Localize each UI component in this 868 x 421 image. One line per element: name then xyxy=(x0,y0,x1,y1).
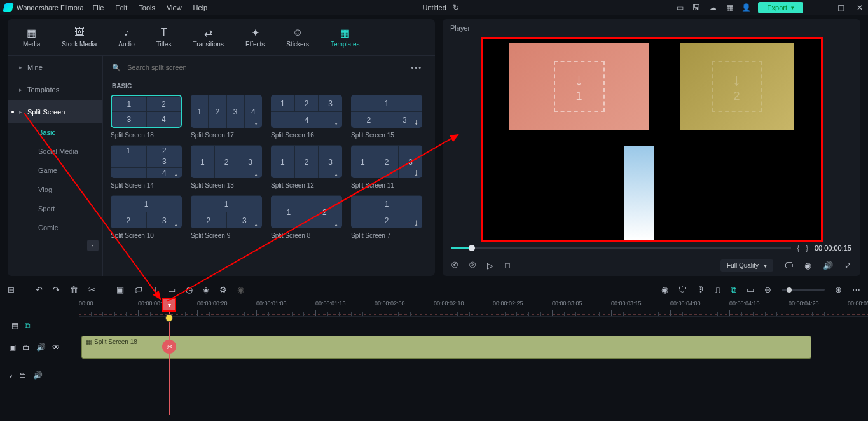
tab-titles[interactable]: TTitles xyxy=(156,27,172,48)
zoom-slider[interactable] xyxy=(782,289,825,291)
subcat-comic[interactable]: Comic xyxy=(8,218,102,237)
download-icon[interactable]: ⭳ xyxy=(253,119,259,126)
zoom-in-icon[interactable]: ⊕ xyxy=(835,285,842,294)
quality-dropdown[interactable]: Full Quality ▾ xyxy=(720,259,773,272)
mixer-icon[interactable]: ⎍ xyxy=(715,285,720,294)
sidebar-collapse[interactable]: ‹ xyxy=(8,237,102,254)
sidebar-item-templates[interactable]: ▸Templates xyxy=(8,78,102,100)
layers-icon[interactable]: ▤ xyxy=(11,321,18,330)
account-icon[interactable]: 👤 xyxy=(741,3,750,12)
download-icon[interactable]: ⭳ xyxy=(413,219,420,226)
mute-icon[interactable]: 🔊 xyxy=(33,371,43,380)
download-icon[interactable]: ⭳ xyxy=(333,169,340,176)
toolbar-more-icon[interactable]: ⋯ xyxy=(852,285,860,294)
menu-tools[interactable]: Tools xyxy=(139,4,155,11)
mic-icon[interactable]: 🎙 xyxy=(697,285,705,294)
apps-icon[interactable]: ▦ xyxy=(725,3,734,12)
template-thumb[interactable]: 123⭳ xyxy=(111,195,182,228)
maximize-icon[interactable]: ◫ xyxy=(836,3,845,12)
subcat-vlog[interactable]: Vlog xyxy=(8,180,102,199)
template-card[interactable]: 12⭳Split Screen 8 xyxy=(271,195,342,239)
template-card[interactable]: 123⭳Split Screen 11 xyxy=(351,145,422,189)
subcat-social-media[interactable]: Social Media xyxy=(8,142,102,161)
volume-icon[interactable]: 🔊 xyxy=(823,261,833,270)
redo-icon[interactable]: ↷ xyxy=(53,285,60,294)
template-thumb[interactable]: 12⭳ xyxy=(271,195,342,228)
tab-transitions[interactable]: ⇄Transitions xyxy=(193,27,224,48)
template-card[interactable]: 123⭳Split Screen 10 xyxy=(111,195,182,239)
template-card[interactable]: 123⭳Split Screen 9 xyxy=(191,195,262,239)
window-icon[interactable]: ▭ xyxy=(675,3,684,12)
template-card[interactable]: 1234Split Screen 18 xyxy=(111,95,182,139)
template-thumb[interactable]: 12⭳ xyxy=(351,195,422,228)
tab-stock-media[interactable]: 🖼Stock Media xyxy=(62,27,97,48)
link-icon[interactable]: ⧉ xyxy=(731,285,736,295)
template-thumb[interactable]: 123⭳ xyxy=(351,145,422,178)
download-icon[interactable]: ⭳ xyxy=(173,169,179,176)
split-icon[interactable]: ✂ xyxy=(162,340,176,354)
template-thumb[interactable]: 123⭳ xyxy=(351,95,422,128)
player-slider[interactable]: { } 00:00:00:15 xyxy=(443,242,860,254)
template-card[interactable]: 123⭳Split Screen 13 xyxy=(191,145,262,189)
range-icon[interactable]: ▭ xyxy=(168,285,176,294)
template-thumb[interactable]: 1234⭳ xyxy=(111,145,182,178)
link-icon[interactable]: ⧉ xyxy=(25,321,31,330)
slider-knob[interactable] xyxy=(469,245,475,251)
save-icon[interactable]: 🖫 xyxy=(692,3,701,12)
undo-icon[interactable]: ↶ xyxy=(36,285,43,294)
template-card[interactable]: 12⭳Split Screen 7 xyxy=(351,195,422,239)
tab-templates[interactable]: ▦Templates xyxy=(331,27,360,48)
crop-icon[interactable]: ▣ xyxy=(116,285,124,294)
search-icon[interactable]: 🔍 xyxy=(112,64,121,72)
brace-left-icon[interactable]: { xyxy=(797,244,800,252)
template-thumb[interactable]: 1234⭳ xyxy=(271,95,342,128)
slider-track[interactable] xyxy=(451,247,791,249)
download-icon[interactable]: ⭳ xyxy=(253,169,259,176)
time-ruler[interactable]: 00:0000:00:00:1000:00:00:2000:00:01:0500… xyxy=(79,300,868,317)
tag-icon[interactable]: 🏷 xyxy=(134,285,142,294)
template-thumb[interactable]: 123⭳ xyxy=(191,195,262,228)
export-button[interactable]: Export ▾ xyxy=(758,2,803,13)
caption-icon[interactable]: ▭ xyxy=(747,285,754,294)
grid-icon[interactable]: ⊞ xyxy=(8,285,15,294)
video-track[interactable]: ▦ Split Screen 18 xyxy=(79,333,868,361)
cloud-icon[interactable]: ☁ xyxy=(708,3,717,12)
tab-audio[interactable]: ♪Audio xyxy=(118,27,135,48)
tab-stickers[interactable]: ☺Stickers xyxy=(286,27,309,48)
template-card[interactable]: 1234⭳Split Screen 16 xyxy=(271,95,342,139)
template-thumb[interactable]: 123⭳ xyxy=(191,145,262,178)
subcat-basic[interactable]: Basic xyxy=(8,123,102,142)
sidebar-item-split-screen[interactable]: ▸Split Screen xyxy=(8,100,102,123)
download-icon[interactable]: ⭳ xyxy=(413,119,420,126)
tab-media[interactable]: ▦Media xyxy=(23,27,40,48)
snapshot-icon[interactable]: ◉ xyxy=(804,261,811,270)
download-icon[interactable]: ⭳ xyxy=(253,219,259,226)
menu-file[interactable]: File xyxy=(93,4,104,11)
clip-split-screen-18[interactable]: ▦ Split Screen 18 xyxy=(81,336,811,359)
split-region-2[interactable]: ↓2 xyxy=(680,43,794,130)
template-thumb[interactable]: 123⭳ xyxy=(271,145,342,178)
download-icon[interactable]: ⭳ xyxy=(413,169,420,176)
tracks-area[interactable]: ▦ Split Screen 18 xyxy=(79,318,868,415)
more-icon[interactable]: ••• xyxy=(407,64,426,71)
template-card[interactable]: 1234⭳Split Screen 17 xyxy=(191,95,262,139)
split-region-1[interactable]: ↓1 xyxy=(509,43,649,130)
template-thumb[interactable]: 1234⭳ xyxy=(191,95,262,128)
eye-icon[interactable]: 👁 xyxy=(52,343,60,352)
download-icon[interactable]: ⭳ xyxy=(333,119,340,126)
monitor-icon[interactable]: 🖵 xyxy=(785,261,793,270)
template-card[interactable]: 123⭳Split Screen 15 xyxy=(351,95,422,139)
search-input[interactable] xyxy=(127,64,401,71)
template-thumb[interactable]: 1234 xyxy=(111,95,182,128)
folder-icon[interactable]: 🗀 xyxy=(19,371,27,380)
stop-icon[interactable]: □ xyxy=(505,261,510,270)
template-card[interactable]: 123⭳Split Screen 12 xyxy=(271,145,342,189)
minimize-icon[interactable]: — xyxy=(817,3,826,12)
history-icon[interactable]: ↻ xyxy=(451,3,460,12)
adjust-icon[interactable]: ⚙ xyxy=(219,285,227,294)
playhead-dot[interactable] xyxy=(165,314,173,322)
player-view[interactable]: ↓1 ↓2 xyxy=(481,37,823,242)
shield-icon[interactable]: 🛡 xyxy=(679,285,687,294)
cut-icon[interactable]: ✂ xyxy=(88,285,95,294)
split-region-3[interactable] xyxy=(624,146,654,240)
